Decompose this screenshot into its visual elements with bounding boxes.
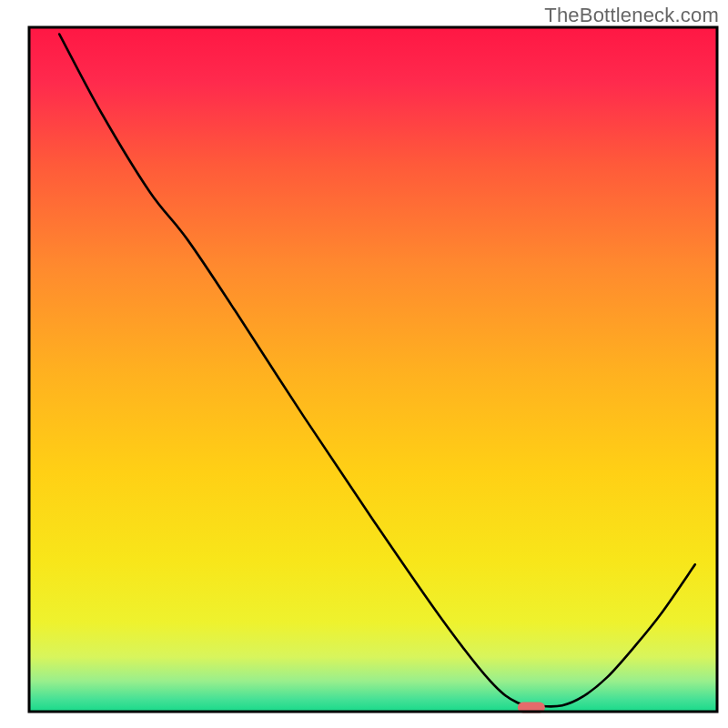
watermark-text: TheBottleneck.com	[544, 4, 719, 27]
bottleneck-chart	[0, 0, 728, 728]
chart-background-gradient	[29, 27, 717, 712]
